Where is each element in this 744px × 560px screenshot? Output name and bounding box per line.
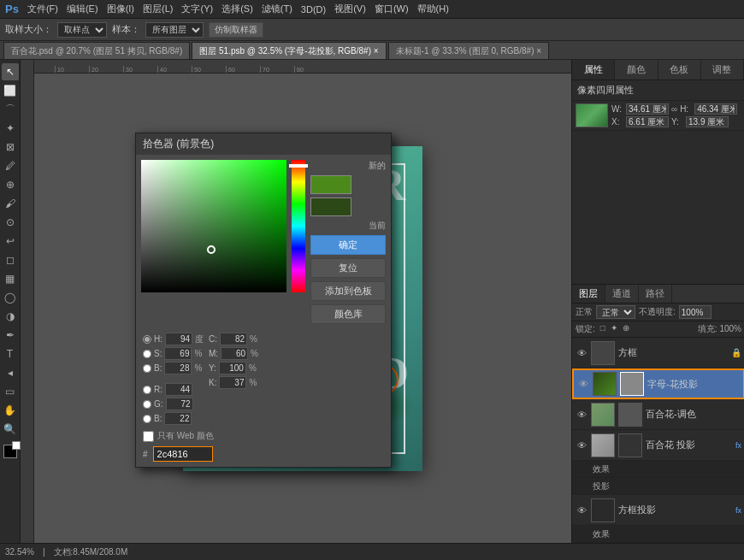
panel-tab-color[interactable]: 颜色 xyxy=(615,60,658,80)
cp-gradient-box[interactable] xyxy=(141,160,286,292)
blur-tool[interactable]: ◯ xyxy=(2,289,19,306)
cp-s-radio[interactable] xyxy=(143,350,151,358)
brush-tool[interactable]: 🖌 xyxy=(2,195,19,212)
menu-file[interactable]: 文件(F) xyxy=(27,3,58,15)
tab-2[interactable]: 未标题-1 @ 33.3% (图层 0, RGB/8#) × xyxy=(388,42,549,59)
lock-check[interactable]: □ xyxy=(600,323,605,335)
tab-1[interactable]: 图层 51.psb @ 32.5% (字母-花投影, RGB/8#) × xyxy=(192,42,386,59)
layer-mask-tiaose xyxy=(618,403,642,427)
tool-size-select[interactable]: 取样点 xyxy=(57,22,107,38)
eyedropper-tool[interactable]: 🖉 xyxy=(2,157,19,174)
opacity-input[interactable] xyxy=(679,305,712,319)
cp-y-field[interactable] xyxy=(219,362,246,374)
layer-item-fangkuang-toying[interactable]: 👁 方框投影 fx xyxy=(572,495,744,526)
menu-3d[interactable]: 3D(D) xyxy=(301,4,326,15)
props-x-input[interactable] xyxy=(626,116,669,127)
sample-select[interactable]: 所有图层 xyxy=(145,22,204,38)
cp-b2-radio[interactable] xyxy=(143,415,151,423)
magic-wand-tool[interactable]: ✦ xyxy=(2,120,19,137)
clone-btn[interactable]: 仿制取样器 xyxy=(209,22,263,38)
tab-0[interactable]: 百合花.psd @ 20.7% (图层 51 拷贝, RGB/8#) xyxy=(3,42,190,59)
pen-tool[interactable]: ✒ xyxy=(2,327,19,344)
cp-right: 新的 当前 确定 复位 添加到色板 颜色库 xyxy=(310,160,386,324)
dodge-tool[interactable]: ◑ xyxy=(2,308,19,325)
path-select-tool[interactable]: ◂ xyxy=(2,364,19,381)
cp-g-radio[interactable] xyxy=(143,400,151,409)
select-tool[interactable]: ⬜ xyxy=(2,82,19,99)
cp-new-swatch xyxy=(310,175,351,194)
options-bar: 取样大小： 取样点 样本： 所有图层 仿制取样器 xyxy=(0,19,744,41)
cp-h-label: H: xyxy=(154,334,162,344)
layer-item-baihehua-tiaose[interactable]: 👁 百合花-调色 xyxy=(572,399,744,430)
layer-mask-toying xyxy=(618,433,642,457)
cp-add-swatch-btn[interactable]: 添加到色板 xyxy=(310,281,386,301)
layers-tab-layers[interactable]: 图层 xyxy=(572,285,605,303)
props-w-input[interactable] xyxy=(626,103,669,115)
panel-tab-adjustments[interactable]: 调整 xyxy=(701,60,744,80)
layer-thumb-zimu xyxy=(593,372,617,396)
panel-tab-swatches[interactable]: 色板 xyxy=(658,60,701,80)
blend-mode-select[interactable]: 正常 xyxy=(596,305,635,319)
lock-move[interactable]: ✦ xyxy=(611,323,617,335)
props-x-row: X: Y: xyxy=(611,116,737,127)
layer-eye-zimu[interactable]: 👁 xyxy=(577,378,589,390)
menu-edit[interactable]: 编辑(E) xyxy=(67,3,98,15)
cp-web-checkbox[interactable] xyxy=(143,431,154,442)
gradient-tool[interactable]: ▦ xyxy=(2,270,19,287)
menu-type[interactable]: 文字(Y) xyxy=(181,3,213,15)
menu-help[interactable]: 帮助(H) xyxy=(417,3,449,15)
crop-tool[interactable]: ⊠ xyxy=(2,139,19,156)
layer-item-fangkuang[interactable]: 👁 方框 🔒 xyxy=(572,338,744,368)
cp-cmyk-col: C: % M: % Y: % K: xyxy=(209,333,258,425)
cp-color-lib-btn[interactable]: 颜色库 xyxy=(310,304,386,324)
cp-b-unit: % xyxy=(194,363,202,373)
layer-eye-toying[interactable]: 👁 xyxy=(576,439,588,451)
layer-item-baihehua-toying[interactable]: 👁 百合花 投影 fx xyxy=(572,430,744,461)
cp-g-field[interactable] xyxy=(166,398,193,410)
cp-hex-input[interactable] xyxy=(153,446,213,462)
cp-m-field[interactable] xyxy=(221,347,248,360)
layers-tab-paths[interactable]: 路径 xyxy=(639,285,672,303)
zoom-tool[interactable]: 🔍 xyxy=(2,421,19,438)
menu-layer[interactable]: 图层(L) xyxy=(143,3,173,15)
cp-c-field[interactable] xyxy=(220,333,247,345)
shape-tool[interactable]: ▭ xyxy=(2,383,19,400)
cp-b2-field[interactable] xyxy=(164,412,192,425)
props-h-input[interactable] xyxy=(694,103,737,115)
panel-tab-properties[interactable]: 属性 xyxy=(572,60,615,80)
cp-k-field[interactable] xyxy=(219,376,246,389)
menu-view[interactable]: 视图(V) xyxy=(334,3,366,15)
lasso-tool[interactable]: ⌒ xyxy=(2,101,19,118)
cp-s-field[interactable] xyxy=(164,347,192,360)
eraser-tool[interactable]: ◻ xyxy=(2,251,19,268)
cp-cancel-btn[interactable]: 复位 xyxy=(310,258,386,278)
cp-h-radio[interactable] xyxy=(143,335,151,344)
main-area: ↖ ⬜ ⌒ ✦ ⊠ 🖉 ⊕ 🖌 ⊙ ↩ ◻ ▦ ◯ ◑ ✒ T ◂ ▭ ✋ 🔍 … xyxy=(0,60,744,543)
cp-ok-btn[interactable]: 确定 xyxy=(310,235,386,255)
hand-tool[interactable]: ✋ xyxy=(2,402,19,419)
cp-r-field[interactable] xyxy=(165,383,192,396)
layer-eye-fangkuang[interactable]: 👁 xyxy=(576,347,588,359)
menu-select[interactable]: 选择(S) xyxy=(221,3,253,15)
cp-b-field[interactable] xyxy=(164,362,192,374)
layers-tab-channels[interactable]: 通道 xyxy=(605,285,639,303)
cp-h-field[interactable] xyxy=(165,333,192,345)
cp-b-radio[interactable] xyxy=(143,364,151,373)
move-tool[interactable]: ↖ xyxy=(2,63,19,80)
clone-stamp-tool[interactable]: ⊙ xyxy=(2,214,19,231)
type-tool[interactable]: T xyxy=(2,345,19,363)
layer-eye-fk-toying[interactable]: 👁 xyxy=(576,504,588,516)
color-picker-dialog: 拾色器 (前景色) 新的 当前 xyxy=(135,133,392,468)
menu-filter[interactable]: 滤镜(T) xyxy=(262,3,292,15)
lock-pixel[interactable]: ⊕ xyxy=(623,323,629,335)
props-y-input[interactable] xyxy=(686,116,729,127)
heal-tool[interactable]: ⊕ xyxy=(2,176,19,193)
menu-window[interactable]: 窗口(W) xyxy=(375,3,409,15)
blend-mode-label: 正常 xyxy=(576,306,593,318)
layer-item-zimu-huatoying[interactable]: 👁 字母-花投影 xyxy=(572,368,744,399)
history-brush-tool[interactable]: ↩ xyxy=(2,233,19,250)
menu-image[interactable]: 图像(I) xyxy=(107,3,134,15)
layer-eye-tiaose[interactable]: 👁 xyxy=(576,409,588,421)
cp-r-radio[interactable] xyxy=(143,386,151,394)
cp-hue-bar[interactable] xyxy=(292,160,305,292)
